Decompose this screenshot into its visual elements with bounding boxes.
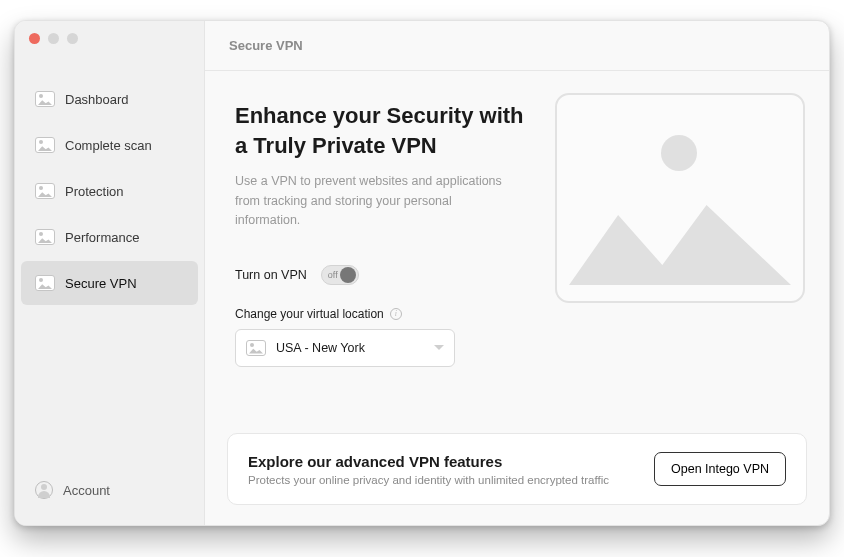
location-select[interactable]: USA - New York: [235, 329, 455, 367]
sidebar-item-label: Protection: [65, 184, 124, 199]
vpn-toggle[interactable]: off: [321, 265, 359, 285]
promo-title: Explore our advanced VPN features: [248, 453, 609, 470]
sidebar-item-account[interactable]: Account: [21, 465, 198, 515]
vpn-toggle-state: off: [328, 270, 338, 280]
user-icon: [35, 481, 53, 499]
sidebar-item-performance[interactable]: Performance: [21, 215, 198, 259]
sun-shape: [661, 135, 697, 171]
sidebar-item-secure-vpn[interactable]: Secure VPN: [21, 261, 198, 305]
location-selected-value: USA - New York: [276, 341, 365, 355]
sidebar-item-dashboard[interactable]: Dashboard: [21, 77, 198, 121]
picture-icon: [35, 91, 55, 107]
picture-icon: [35, 183, 55, 199]
flag-placeholder-icon: [246, 340, 266, 356]
promo-subtitle: Protects your online privacy and identit…: [248, 474, 609, 486]
hero-subtitle: Use a VPN to prevent websites and applic…: [235, 172, 515, 230]
promo-card: Explore our advanced VPN features Protec…: [227, 433, 807, 505]
minimize-window-button[interactable]: [48, 33, 59, 44]
hero-title: Enhance your Security with a Truly Priva…: [235, 101, 555, 160]
sidebar-item-label: Dashboard: [65, 92, 129, 107]
sidebar-item-complete-scan[interactable]: Complete scan: [21, 123, 198, 167]
sidebar-item-label: Complete scan: [65, 138, 152, 153]
sidebar-item-label: Account: [63, 483, 110, 498]
picture-icon: [35, 137, 55, 153]
content-area: Enhance your Security with a Truly Priva…: [205, 71, 829, 525]
main-panel: Secure VPN Enhance your Security with a …: [205, 21, 829, 525]
chevron-down-icon: [434, 345, 444, 350]
info-icon[interactable]: i: [390, 308, 402, 320]
location-label: Change your virtual location: [235, 307, 384, 321]
app-window: Dashboard Complete scan Protection Perfo…: [14, 20, 830, 526]
mountain-shape: [569, 195, 791, 285]
open-intego-vpn-button[interactable]: Open Intego VPN: [654, 452, 786, 486]
picture-icon: [35, 275, 55, 291]
vpn-toggle-label: Turn on VPN: [235, 268, 307, 282]
close-window-button[interactable]: [29, 33, 40, 44]
sidebar-item-label: Secure VPN: [65, 276, 137, 291]
picture-icon: [35, 229, 55, 245]
sidebar-item-protection[interactable]: Protection: [21, 169, 198, 213]
zoom-window-button[interactable]: [67, 33, 78, 44]
sidebar-item-label: Performance: [65, 230, 139, 245]
page-title: Secure VPN: [229, 38, 303, 53]
sidebar: Dashboard Complete scan Protection Perfo…: [15, 21, 205, 525]
traffic-lights: [29, 33, 78, 44]
hero-image-placeholder: [555, 93, 805, 303]
sidebar-nav: Dashboard Complete scan Protection Perfo…: [15, 75, 204, 465]
page-header: Secure VPN: [205, 21, 829, 71]
toggle-knob: [340, 267, 356, 283]
